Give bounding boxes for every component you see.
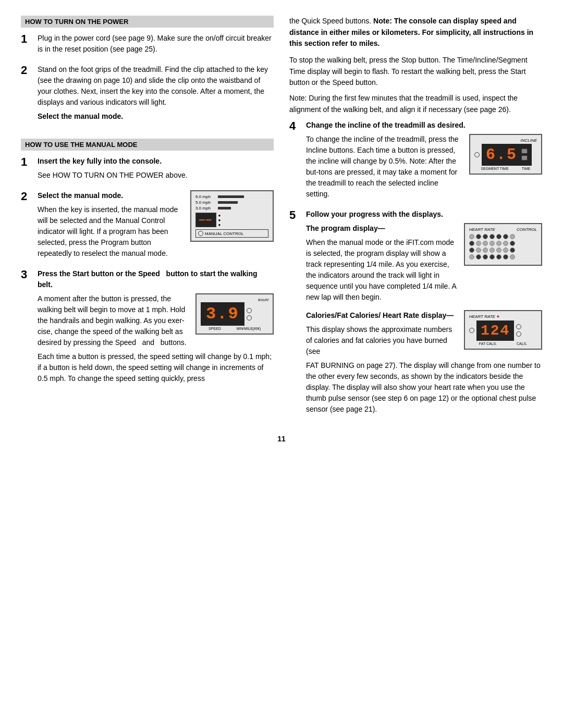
hr-dot-row-3 [469, 248, 537, 253]
step-4-desc1: To change the incline of the treadmill, … [306, 134, 463, 200]
hr-dot [469, 254, 474, 260]
manual-step-2-image: 6.0 mph 5.0 mph 3.0 mph [190, 190, 274, 242]
manual-step-number-2: 2 [21, 190, 33, 262]
speed-bar-label-3: 3.0 mph [195, 206, 216, 211]
step-4-with-image: To change the incline of the treadmill, … [306, 134, 542, 203]
hr-dot [503, 248, 508, 253]
manual-step-1: 1 Insert the key fully into the console.… [21, 156, 274, 184]
incline-inner: 6.5 [474, 144, 537, 166]
power-step-2-content: Stand on the foot grips of the treadmill… [38, 64, 274, 125]
hr-cals-dots [516, 324, 521, 337]
manual-step-1-content: Insert the key fully into the console. S… [38, 156, 274, 184]
step-number-4: 4 [289, 120, 302, 203]
hr-dot [503, 241, 508, 246]
step-5-bold: Follow your progress with the displays. [306, 209, 542, 220]
hr-dot [483, 234, 488, 239]
manual-step-3: 3 Press the Start button or the Speed bu… [21, 268, 274, 387]
manual-step-3-content: Press the Start button or the Speed butt… [38, 268, 274, 387]
power-step-2-bold: Select the manual mode. [38, 111, 274, 122]
power-step-2-text: Stand on the foot grips of the treadmill… [38, 64, 274, 108]
power-step-1-text: Plug in the power cord (see page 9). Mak… [38, 33, 274, 55]
speed-bottom-labels: SPEED MIN/MILE(km) [201, 327, 268, 330]
speed-bar-row-1: 6.0 mph [195, 194, 268, 199]
hr-top-label: HEART RATE CONTROL [469, 227, 537, 232]
speed-display-box: Km/H 3.9 SPEED MIN/MILE(km) [195, 293, 274, 335]
hr-dot [510, 241, 515, 246]
hr-dot [510, 234, 515, 239]
hr-dot [496, 248, 501, 253]
console-bottom: —— ●●● [195, 213, 268, 227]
step-number-1: 1 [21, 33, 33, 58]
right-column: the Quick Speed buttons. Note: The conso… [289, 16, 542, 424]
speed-bar-1 [218, 195, 244, 198]
hr-dot [510, 254, 515, 260]
hr-dot [496, 254, 501, 260]
cals-desc: This display shows the approximate numbe… [306, 324, 458, 357]
hr-dot [476, 248, 481, 253]
hr-dot-row-2 [469, 241, 537, 246]
note-para: Note: During the first few minutes that … [289, 93, 542, 115]
cals-display-text: Calories/Fat Calories/ Heart Rate displa… [306, 310, 458, 360]
hr-dot-grid [469, 234, 537, 260]
step-4: 4 Change the incline of the treadmill as… [289, 120, 542, 203]
speed-bar-3 [218, 207, 231, 209]
manual-step-number-3: 3 [21, 268, 33, 387]
speed-bar-2 [218, 201, 238, 204]
incline-down-btn [521, 155, 528, 161]
speed-digit: 3.9 [201, 302, 244, 326]
cals-display-block: Calories/Fat Calories/ Heart Rate displa… [306, 310, 542, 360]
manual-step-1-sub: See HOW TO TURN ON THE POWER above. [38, 170, 274, 181]
hr-dot-row-1 [469, 234, 537, 239]
power-step-1-content: Plug in the power cord (see page 9). Mak… [38, 33, 274, 58]
program-display-heading: The program display— [306, 223, 458, 234]
min-label: MIN/MILE(km) [237, 327, 261, 330]
right-intro: the Quick Speed buttons. Note: The conso… [289, 16, 542, 50]
hr-dot [489, 241, 495, 246]
kmh-label: Km/H [201, 298, 268, 302]
hr-dot [476, 254, 481, 260]
incline-buttons [521, 149, 528, 161]
speed-side-knobs [247, 308, 252, 320]
speed-label: SPEED [209, 327, 221, 330]
manual-step-3-para2: Each time a button is pressed, the speed… [38, 351, 274, 384]
step-number-2: 2 [21, 64, 33, 125]
hr-dot [496, 234, 501, 239]
manual-step-2: 2 Select the manual mode. When the key i… [21, 190, 274, 262]
speed-bar-label-2: 5.0 mph [195, 200, 216, 205]
heart-icon: ♥ [497, 314, 499, 319]
step-4-content: Change the incline of the treadmill as d… [306, 120, 542, 203]
cals-label: CALS. [517, 342, 527, 346]
knob-down [247, 315, 252, 320]
incline-display: INCLINE 6.5 [469, 134, 542, 175]
manual-step-2-with-image: Select the manual mode. When the key is … [38, 190, 274, 262]
hr-bottom-labels: FAT CALS. CALS. [469, 342, 537, 346]
hr-cals-image: HEART RATE ♥ 124 [464, 310, 542, 350]
hr-dot [483, 248, 488, 253]
hr-dot [476, 234, 481, 239]
manual-control-label: MANUAL CONTROL [195, 229, 268, 238]
hr-dot-top [516, 324, 521, 329]
power-step-1: 1 Plug in the power cord (see page 9). M… [21, 33, 274, 58]
hr-dot [489, 234, 495, 239]
incline-display-image: INCLINE 6.5 [469, 134, 542, 175]
manual-step-3-with-image: A moment after the button is pressed, th… [38, 293, 274, 351]
hr-cals-box: HEART RATE ♥ 124 [464, 310, 542, 350]
hr-dot [503, 234, 508, 239]
hr-dot-bottom [516, 331, 521, 337]
page-number: 11 [21, 435, 542, 443]
step-5: 5 Follow your progress with the displays… [289, 209, 542, 418]
stop-para: To stop the walking belt, press the Stop… [289, 55, 542, 89]
speed-bar-label-1: 6.0 mph [195, 194, 216, 199]
console-illustration: 6.0 mph 5.0 mph 3.0 mph [190, 190, 274, 242]
hr-dot [483, 254, 488, 260]
incline-digit: 6.5 [482, 144, 532, 166]
section2-heading: HOW TO USE THE MANUAL MODE [21, 139, 274, 151]
step-4-bold: Change the incline of the treadmill as d… [306, 120, 542, 131]
incline-knob [474, 152, 480, 157]
hr-dot [476, 241, 481, 246]
console-digit: —— [195, 213, 216, 227]
manual-step-3-bold: Press the Start button or the Speed butt… [38, 268, 274, 290]
speed-bar-row-2: 5.0 mph [195, 200, 268, 205]
program-display-block: The program display— When the manual mod… [306, 223, 542, 306]
power-step-2: 2 Stand on the foot grips of the treadmi… [21, 64, 274, 125]
